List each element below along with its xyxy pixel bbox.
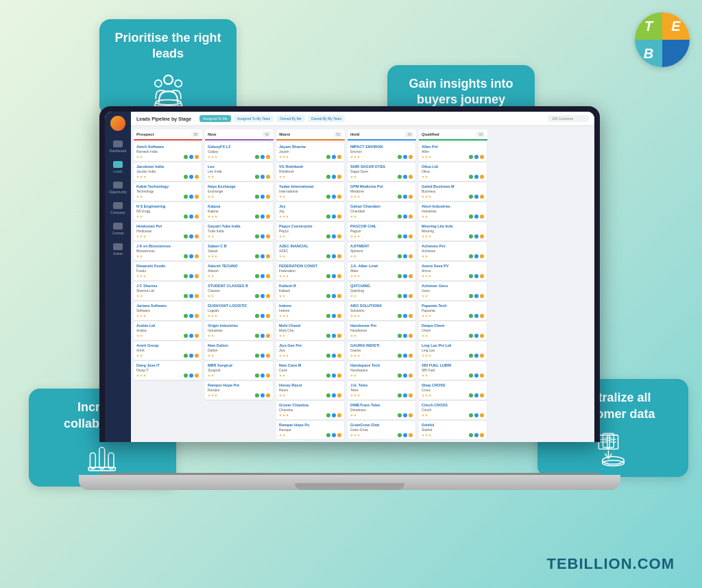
kanban-card[interactable]: Mahi ChandMahi Cha [276, 321, 344, 340]
kanban-card[interactable]: GAURIA INDISTIGauria [348, 341, 415, 360]
sidebar-label-contact: Contact [112, 231, 123, 235]
kanban-card[interactable]: Cimch CROSSCimch [419, 401, 487, 419]
filter-tab-owned-me[interactable]: Owned By Me [276, 115, 304, 122]
kanban-card[interactable]: FEDERATION CONSTFederation [276, 262, 344, 280]
filter-tab-assigned-team[interactable]: Assigned To My Team [234, 115, 274, 122]
kanban-card[interactable]: Gayatri Tube IndiaTube India [205, 222, 273, 241]
status-dot-green [398, 314, 402, 318]
kanban-card[interactable]: Shep CROSSCross [419, 381, 487, 400]
status-dot-blue [189, 175, 193, 179]
kanban-card[interactable]: Jacobson IndiaJacobs India [134, 162, 202, 181]
sidebar-item-leads[interactable]: Leads [108, 160, 128, 175]
kanban-card[interactable]: SHRI SAGAR DYESSagar Dyes [348, 162, 415, 181]
kanban-card[interactable]: Rampar Hope PuRampar [276, 421, 344, 439]
kanban-card[interactable]: Rampur Hope PvtRampur [205, 381, 273, 400]
sidebar-item-opportunity[interactable]: Opportunity [108, 180, 128, 195]
kanban-card[interactable]: GPM Medicine PvtMedicine [348, 182, 415, 201]
kanban-card[interactable]: Achieves PvtAchieves [419, 242, 487, 260]
kanban-card[interactable]: J K en BiosciencesBiosciences [134, 242, 202, 260]
kanban-card[interactable]: Yadav InternationalInternational [276, 182, 344, 201]
kanban-card[interactable]: Adarsh TECHNOAdarsh [205, 262, 273, 280]
kanban-card-company: ABO SOLUTIONS [350, 304, 413, 308]
kanban-card[interactable]: GalaxyFX L3Galaxy [205, 143, 273, 161]
kanban-card[interactable]: Dang Jase ITDang IT [134, 361, 202, 380]
kanban-card[interactable]: LeoLeo India [205, 162, 273, 181]
status-dot-green [398, 155, 402, 159]
status-dot-blue [261, 314, 265, 318]
kanban-card[interactable]: Mooring Lite IndsMooring [419, 222, 487, 241]
kanban-card[interactable]: AJITMENTAjitment [348, 242, 415, 260]
crm-search-box[interactable]: 198 Customer [548, 115, 589, 122]
kanban-card[interactable]: Allen PvtAllen [419, 143, 487, 161]
status-dot-blue [332, 254, 336, 258]
filter-tab-assigned-me[interactable]: Assigned To Me [199, 115, 230, 122]
kanban-card[interactable]: Grover ChandnaChandna [276, 401, 344, 419]
kanban-card-person: Cimch [422, 408, 484, 412]
logo-quadrant-teal: B [635, 40, 662, 67]
kanban-card[interactable]: Kable TechnologyTechnology [134, 182, 202, 201]
kanban-card[interactable]: IMPACT ENVIRONEnviron [348, 143, 415, 161]
status-dot-blue [332, 195, 336, 199]
kanban-card[interactable]: Origin IndustriesIndustries [205, 321, 273, 340]
kanban-card[interactable]: Handsome PvtHandsome [348, 321, 415, 340]
status-dot-blue [474, 155, 479, 159]
kanban-card[interactable]: Jiya Gee PvtJiya [276, 341, 344, 360]
kanban-card[interactable]: Handspace TechHandspace [348, 361, 415, 380]
kanban-card[interactable]: Papamia TechPapamia [419, 302, 487, 320]
kanban-card[interactable]: Arabia LtdArabia [134, 321, 202, 340]
kanban-card[interactable]: Hindustan PvtHindustan [134, 222, 202, 241]
kanban-card[interactable]: Gahan ChandaniChandani [348, 202, 415, 221]
kanban-card[interactable]: AZEC INANCIALAZEC [276, 242, 344, 260]
kanban-card[interactable]: Naya ExchangeExchange [205, 182, 273, 201]
filter-tab-owned-team[interactable]: Owned By My Team [308, 115, 346, 122]
sidebar-item-dashboard[interactable]: Dashboard [108, 139, 128, 154]
kanban-card[interactable]: Akori IndustriesIndustries [419, 202, 487, 221]
prioritise-leads-bubble: Prioritise the right leads [99, 19, 237, 116]
status-dot-blue [332, 274, 336, 278]
kanban-card[interactable]: New DaltonDalton [205, 341, 273, 360]
kanban-card[interactable]: QATCHINGQatching [348, 282, 415, 300]
kanban-card[interactable]: IndoneIndone [276, 302, 344, 320]
kanban-card[interactable]: PAGCOR CHILPagcor [348, 222, 415, 241]
kanban-card[interactable]: Diwanshi FoodsFoods [134, 262, 202, 280]
kanban-card[interactable]: J.H. TelesTeles [348, 381, 415, 400]
sidebar-item-action[interactable]: Action [108, 242, 128, 257]
kanban-card[interactable]: JoyJoy [276, 202, 344, 221]
kanban-col-body-warm: Jayam SharmaJayamVG RishikeshRishikeshYa… [276, 143, 345, 439]
kanban-card[interactable]: Jayam SharmaJayam [276, 143, 344, 161]
kanban-card[interactable]: Deepa ChemChem [419, 321, 487, 340]
kanban-card-company: AJITMENT [350, 244, 413, 248]
status-dot-orange [409, 354, 413, 358]
kanban-card[interactable]: Atech SoftwareRamesh India [134, 143, 202, 161]
kanban-card[interactable]: Sabari C BSabari [205, 242, 273, 260]
kanban-card[interactable]: Achiever GenxGenx [419, 282, 487, 300]
kanban-card[interactable]: Amrut Seva PVAmrut [419, 262, 487, 280]
kanban-card[interactable]: Pepys ConstructioPepys [276, 222, 344, 241]
status-dot-orange [337, 334, 341, 338]
kanban-card[interactable]: New Cane MCane [276, 361, 344, 380]
kanban-card[interactable]: MBR SurgicalSurgical [205, 361, 273, 380]
kanban-card[interactable]: J.A. Alber LimitAlber [348, 262, 415, 280]
kanban-card[interactable]: STUDENT CLASSES BClasses [205, 282, 273, 300]
kanban-card[interactable]: Kailash BKailash [276, 282, 344, 300]
kanban-card[interactable]: SolefulSoleful [419, 421, 487, 439]
kanban-card[interactable]: Ling Lao Pvt LtdLing Lao [419, 341, 487, 360]
kanban-card[interactable]: VG RishikeshRishikesh [276, 162, 344, 181]
kanban-card[interactable]: Gated Business MBusiness [419, 182, 487, 201]
kanban-card[interactable]: GrainGrow GlobGrain Grow [348, 421, 415, 439]
kanban-card[interactable]: J C SharmaSharma Ltd [134, 282, 202, 300]
status-dot-orange [480, 294, 484, 298]
kanban-card[interactable]: Oilua LtdOilua [419, 162, 487, 181]
kanban-card[interactable]: Honey RasoiRasoi [276, 381, 344, 400]
kanban-card[interactable]: KalpnaKalpna [205, 202, 273, 221]
kanban-card[interactable]: DUSHYANT LOGISTICLogistic [205, 302, 273, 320]
kanban-card[interactable]: N S EngineeringNS Engg [134, 202, 202, 221]
kanban-card[interactable]: Jariana SoftwareSoftware [134, 302, 202, 320]
kanban-card[interactable]: SBI FUEL LUBRISBI Fuel [419, 361, 487, 380]
kanban-card[interactable]: Amrit GroupAmrit [134, 341, 202, 360]
kanban-col-hold: Hold29IMPACT ENVIRONEnvironSHRI SAGAR DY… [348, 130, 416, 439]
kanban-card[interactable]: DIMETrans TelevDimetrans [348, 401, 415, 419]
sidebar-item-company[interactable]: Company [108, 201, 128, 216]
sidebar-item-contact[interactable]: Contact [108, 221, 128, 236]
kanban-card[interactable]: ABO SOLUTIONSSolutions [348, 302, 415, 320]
